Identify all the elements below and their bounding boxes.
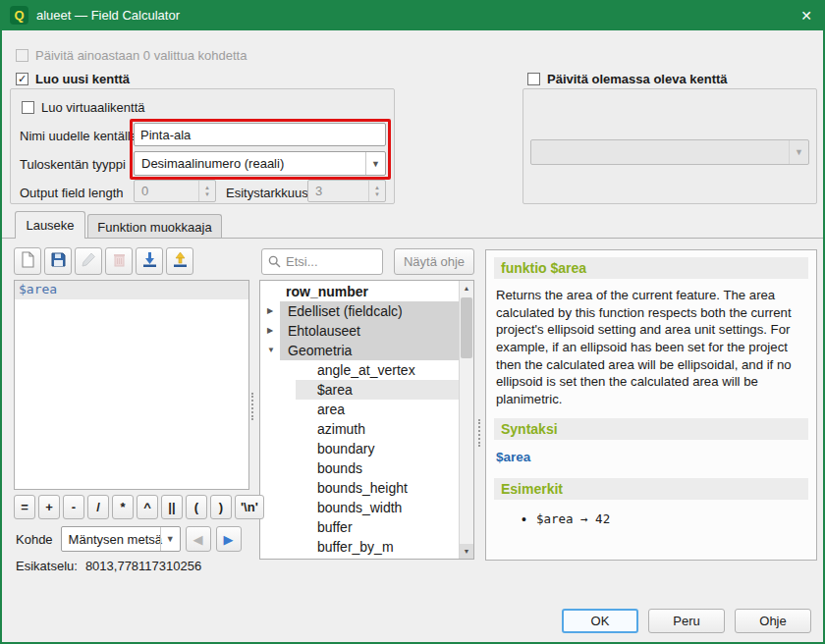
tree-item[interactable]: bounds_height <box>260 478 459 498</box>
operator-button[interactable]: ) <box>210 495 232 519</box>
expression-editor[interactable]: $area <box>14 280 249 490</box>
existing-field-combo: ▼ <box>530 139 809 165</box>
chevron-down-icon: ▼ <box>160 527 180 551</box>
preview-label: Esikatselu: <box>16 559 78 573</box>
tree-item[interactable]: buffer_by_m <box>260 537 459 557</box>
create-virtual-label: Luo virtuaalikenttä <box>41 100 145 115</box>
save-expression-button[interactable] <box>44 247 72 275</box>
scroll-up-icon[interactable]: ▲ <box>460 281 473 295</box>
examples-heading: Esimerkit <box>494 478 808 500</box>
next-feature-button[interactable]: ▶ <box>216 526 242 552</box>
operator-button[interactable]: '\n' <box>235 495 264 519</box>
only-selected-checkbox: Päivitä ainoastaan 0 valittua kohdetta <box>16 47 247 63</box>
help-title: funktio $area <box>494 257 808 279</box>
operator-button[interactable]: || <box>161 495 183 519</box>
operator-button[interactable]: / <box>87 495 109 519</box>
scroll-down-icon[interactable]: ▼ <box>460 544 473 559</box>
field-length-label: Output field length <box>20 186 124 200</box>
example-code: $area → 42 <box>536 511 610 526</box>
update-existing-checkbox[interactable]: Päivitä olemassa oleva kenttä <box>527 71 728 86</box>
delete-expression-button <box>105 247 133 275</box>
tree-item[interactable]: angle_at_vertex <box>260 360 459 380</box>
tree-item[interactable]: bounds <box>260 458 459 478</box>
create-new-field-checkbox[interactable]: ✓ Luo uusi kenttä <box>16 71 130 86</box>
splitter-handle[interactable] <box>478 419 482 447</box>
field-length-spinbox: 0 ▲▼ <box>134 180 216 202</box>
checkbox-icon <box>527 73 540 85</box>
syntax-heading: Syntaksi <box>494 418 808 440</box>
preview-row: Esikatselu: 8013,778117310256 <box>16 559 201 573</box>
spinner-arrows-icon: ▲▼ <box>368 181 385 201</box>
operator-button[interactable]: = <box>14 495 35 519</box>
tree-item-label: bounds_width <box>317 500 402 515</box>
checkbox-checked-icon: ✓ <box>16 73 28 85</box>
tree-item-label: Ehtolauseet <box>288 323 360 339</box>
qgis-logo-icon: Q <box>10 6 28 25</box>
close-icon[interactable]: ✕ <box>784 0 825 30</box>
tab-pane-border <box>2 238 823 239</box>
tree-scrollbar[interactable]: ▲ ▼ <box>459 281 473 559</box>
tree-item-label: buffer <box>317 519 353 535</box>
tree-item-label: Geometria <box>288 343 352 358</box>
tab-lauseke[interactable]: Lauseke <box>15 211 85 239</box>
tree-item[interactable]: ▶Ehtolauseet <box>260 321 459 341</box>
tree-item-label: bounds_height <box>317 480 408 496</box>
tree-item[interactable]: buffer <box>260 517 459 537</box>
function-help-panel: funktio $area Returns the area of the cu… <box>485 249 817 561</box>
tree-item[interactable]: boundary <box>260 439 459 458</box>
field-name-input[interactable]: Pinta-ala <box>134 123 386 146</box>
tree-item[interactable]: ▼Geometria <box>260 341 459 360</box>
function-search[interactable] <box>261 248 383 275</box>
edit-expression-icon <box>81 251 97 271</box>
tree-item[interactable]: ▶Edelliset (fieldcalc) <box>260 301 459 321</box>
field-type-label: Tuloskentän tyyppi <box>20 157 126 172</box>
splitter-handle[interactable] <box>251 393 255 420</box>
tree-item[interactable]: bounds_width <box>260 498 459 517</box>
expression-toolbar <box>14 247 193 275</box>
new-expression-icon <box>20 251 36 271</box>
tab-funktion-muokkaaja[interactable]: Funktion muokkaaja <box>87 214 222 239</box>
show-help-button[interactable]: Näytä ohje <box>394 248 474 275</box>
operator-button[interactable]: - <box>63 495 84 519</box>
tree-collapsed-icon[interactable]: ▶ <box>267 306 273 315</box>
help-button[interactable]: Ohje <box>735 609 811 633</box>
operator-button[interactable]: ^ <box>137 495 158 519</box>
ok-button[interactable]: OK <box>562 609 638 633</box>
precision-spinbox: 3 ▲▼ <box>307 180 386 202</box>
feature-combo[interactable]: Mäntysen metsä ▼ <box>61 526 181 552</box>
tree-item[interactable]: area <box>260 400 459 419</box>
tree-collapsed-icon[interactable]: ▶ <box>267 326 273 335</box>
tree-item-label: Edelliset (fieldcalc) <box>288 303 403 319</box>
help-description: Returns the area of the current feature.… <box>494 287 808 408</box>
create-virtual-checkbox[interactable]: Luo virtuaalikenttä <box>22 99 145 115</box>
export-expressions-icon <box>172 251 189 271</box>
operator-buttons: =+-/*^||()'\n' <box>14 495 264 519</box>
import-expressions-icon <box>141 251 158 271</box>
spinner-arrows-icon: ▲▼ <box>198 181 215 201</box>
export-expressions-button[interactable] <box>166 247 193 275</box>
checkbox-icon <box>16 49 28 62</box>
scrollbar-thumb[interactable] <box>461 297 472 358</box>
operator-button[interactable]: ( <box>186 495 207 519</box>
field-calculator-dialog: Q alueet — Field Calculator ✕ Päivitä ai… <box>0 0 825 644</box>
operator-button[interactable]: + <box>38 495 60 519</box>
field-type-combo[interactable]: Desimaalinumero (reaali) ▼ <box>134 151 386 176</box>
function-tree: row_number▶Edelliset (fieldcalc)▶Ehtolau… <box>259 280 474 560</box>
checkbox-icon <box>22 101 34 114</box>
function-tree-items: row_number▶Edelliset (fieldcalc)▶Ehtolau… <box>260 282 459 557</box>
new-expression-button[interactable] <box>14 247 41 275</box>
tree-item[interactable]: azimuth <box>260 419 459 439</box>
cancel-button[interactable]: Peru <box>648 609 725 633</box>
tree-item[interactable]: row_number <box>260 282 459 301</box>
search-input[interactable] <box>286 254 370 269</box>
tree-item[interactable]: $area <box>260 380 459 400</box>
titlebar: Q alueet — Field Calculator ✕ <box>0 0 825 30</box>
expression-text: $area <box>15 281 248 299</box>
operator-button[interactable]: * <box>112 495 134 519</box>
import-expressions-button[interactable] <box>136 247 163 275</box>
tab-label: Lauseke <box>26 218 74 233</box>
feature-label: Kohde <box>16 532 53 547</box>
tree-item-label: area <box>317 402 345 417</box>
tree-expanded-icon[interactable]: ▼ <box>267 346 275 354</box>
feature-row: Kohde Mäntysen metsä ▼ ◀ ▶ <box>16 526 242 552</box>
